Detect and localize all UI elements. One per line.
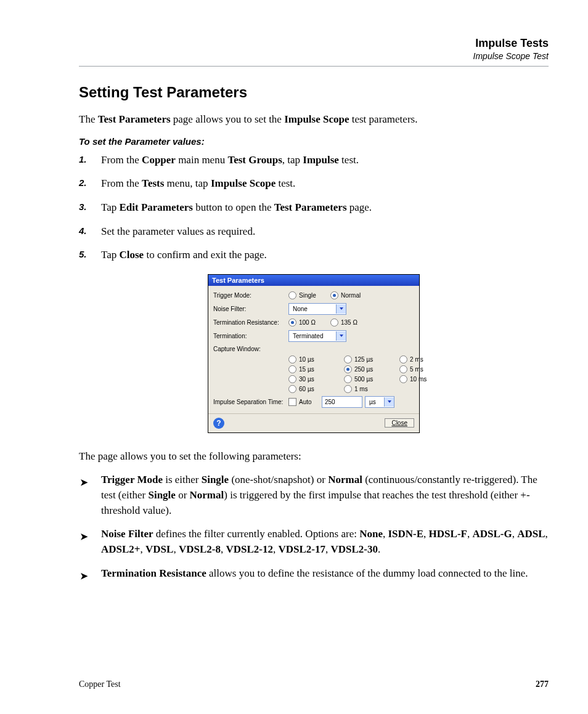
noise-filter-select[interactable]: None	[288, 303, 346, 315]
trigger-normal-option[interactable]: Normal	[330, 291, 361, 299]
capture-option[interactable]: 125 µs	[344, 355, 388, 363]
ist-value-input[interactable]: 250	[322, 396, 362, 408]
noise-filter-row: Noise Filter: None	[208, 301, 419, 317]
procedure-lead: To set the Parameter values:	[79, 136, 549, 147]
impulse-separation-row: Impulse Separation Time: Auto 250 µs	[208, 394, 419, 410]
chevron-down-icon	[384, 397, 394, 407]
capture-option[interactable]: 5 ms	[399, 365, 444, 373]
chevron-down-icon	[336, 304, 346, 314]
termres-100-option[interactable]: 100 Ω	[288, 318, 318, 327]
ist-auto-checkbox[interactable]: Auto	[288, 398, 318, 406]
page-number: 277	[536, 680, 549, 689]
capture-option[interactable]: 10 µs	[288, 355, 333, 363]
termination-select[interactable]: Terminated	[288, 330, 346, 342]
trigger-mode-label: Trigger Mode:	[213, 292, 288, 299]
chevron-down-icon	[336, 331, 346, 341]
trigger-mode-row: Trigger Mode: Single Normal	[208, 290, 419, 301]
checkbox-icon	[288, 398, 296, 406]
capture-option[interactable]: 30 µs	[288, 375, 333, 383]
page: Impulse Tests Impulse Scope Test Setting…	[0, 0, 588, 714]
termination-label: Termination:	[213, 333, 288, 339]
impulse-separation-label: Impulse Separation Time:	[213, 399, 288, 405]
step-3: 3.Tap Edit Parameters button to open the…	[79, 200, 549, 216]
termination-resistance-label: Termination Resistance:	[213, 319, 288, 326]
arrow-icon: ➤	[80, 476, 88, 489]
capture-option[interactable]: 1 ms	[344, 385, 388, 393]
bullet-trigger-mode: ➤Trigger Mode is either Single (one-shot…	[79, 473, 549, 518]
page-footer: Copper Test 277	[79, 680, 549, 689]
close-button[interactable]: Close	[385, 418, 414, 428]
footer-left: Copper Test	[79, 680, 121, 689]
screenshot-container: Test Parameters Trigger Mode: Single Nor…	[79, 274, 549, 433]
capture-option[interactable]: 250 µs	[344, 365, 388, 373]
arrow-icon: ➤	[80, 530, 88, 543]
post-screenshot-paragraph: The page allows you to set the following…	[79, 449, 549, 465]
radio-icon	[288, 365, 296, 373]
radio-icon	[344, 385, 352, 393]
step-4: 4.Set the parameter values as required.	[79, 224, 549, 240]
trigger-single-option[interactable]: Single	[288, 291, 318, 299]
capture-option[interactable]: 60 µs	[288, 385, 333, 393]
radio-icon	[344, 375, 352, 383]
capture-option[interactable]: 2 ms	[399, 355, 444, 363]
termination-resistance-row: Termination Resistance: 100 Ω 135 Ω	[208, 317, 419, 328]
intro-paragraph: The Test Parameters page allows you to s…	[79, 112, 549, 128]
radio-icon	[330, 318, 338, 327]
header-subtitle: Impulse Scope Test	[473, 51, 549, 61]
radio-icon	[288, 291, 296, 299]
arrow-icon: ➤	[80, 569, 88, 583]
radio-icon	[288, 355, 296, 363]
dialog-titlebar: Test Parameters	[208, 275, 419, 286]
radio-icon	[399, 355, 407, 363]
step-5: 5.Tap Close to confirm and exit the page…	[79, 248, 549, 263]
test-parameters-dialog: Test Parameters Trigger Mode: Single Nor…	[208, 274, 420, 433]
radio-icon	[288, 385, 296, 393]
radio-icon	[344, 365, 352, 373]
noise-filter-label: Noise Filter:	[213, 306, 288, 312]
radio-icon	[288, 318, 296, 327]
step-1: 1.From the Copper main menu Test Groups,…	[79, 153, 549, 168]
capture-option[interactable]: 10 ms	[399, 375, 444, 383]
procedure-steps: 1.From the Copper main menu Test Groups,…	[79, 153, 549, 263]
radio-icon	[330, 291, 338, 299]
help-icon[interactable]: ?	[213, 418, 224, 429]
step-2: 2.From the Tests menu, tap Impulse Scope…	[79, 176, 549, 192]
ist-unit-select[interactable]: µs	[365, 396, 394, 408]
capture-option[interactable]: 15 µs	[288, 365, 333, 373]
section-heading: Setting Test Parameters	[79, 84, 549, 101]
capture-window-label: Capture Window:	[213, 346, 288, 352]
bullet-termination-resistance: ➤Termination Resistance allows you to de…	[79, 566, 549, 582]
header-title: Impulse Tests	[475, 37, 549, 50]
termination-row: Termination: Terminated	[208, 328, 419, 344]
parameter-bullets: ➤Trigger Mode is either Single (one-shot…	[79, 473, 549, 581]
radio-icon	[399, 375, 407, 383]
radio-icon	[344, 355, 352, 363]
dialog-buttonbar: ? Close	[208, 414, 419, 432]
page-header: Impulse Tests Impulse Scope Test	[79, 37, 549, 84]
capture-window-row: Capture Window:	[208, 344, 419, 354]
bullet-noise-filter: ➤Noise Filter defines the filter current…	[79, 527, 549, 557]
radio-icon	[399, 365, 407, 373]
radio-icon	[288, 375, 296, 383]
capture-option[interactable]: 500 µs	[344, 375, 388, 383]
dialog-body: Trigger Mode: Single Normal Noise Filter…	[208, 286, 419, 432]
capture-window-options: 10 µs125 µs2 ms15 µs250 µs5 ms30 µs500 µ…	[208, 354, 419, 394]
termres-135-option[interactable]: 135 Ω	[330, 318, 360, 327]
header-rule	[79, 66, 549, 67]
